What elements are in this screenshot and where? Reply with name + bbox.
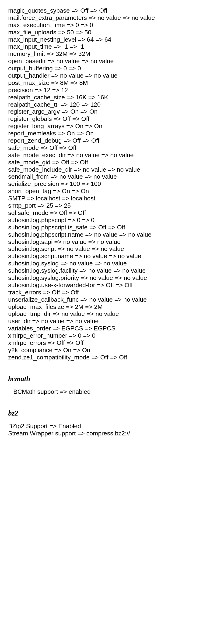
section-body: BZip2 Support => EnabledStream Wrapper s… — [8, 422, 217, 437]
config-line: suhosin.log.script => no value => no val… — [8, 245, 217, 252]
section-line: BZip2 Support => Enabled — [8, 422, 217, 430]
section-line: Stream Wrapper support => compress.bz2:/… — [8, 430, 217, 437]
config-line: smtp_port => 25 => 25 — [8, 202, 217, 209]
config-line: user_dir => no value => no value — [8, 318, 217, 325]
config-line: report_zend_debug => Off => Off — [8, 137, 217, 144]
config-line: xmlrpc_errors => Off => Off — [8, 339, 217, 346]
config-line: output_handler => no value => no value — [8, 72, 217, 79]
section-heading: bcmath — [8, 374, 217, 383]
config-line: upload_max_filesize => 2M => 2M — [8, 303, 217, 310]
config-line: safe_mode_include_dir => no value => no … — [8, 166, 217, 173]
config-lines-block: magic_quotes_sybase => Off => Offmail.fo… — [8, 7, 217, 361]
config-line: SMTP => localhost => localhost — [8, 195, 217, 202]
config-line: suhosin.log.phpscript => 0 => 0 — [8, 216, 217, 224]
config-line: suhosin.log.syslog => no value => no val… — [8, 260, 217, 267]
section-body: BCMath support => enabled — [11, 388, 217, 396]
config-line: suhosin.log.sapi => no value => no value — [8, 238, 217, 246]
config-line: realpath_cache_size => 16K => 16K — [8, 94, 217, 101]
config-line: register_argc_argv => On => On — [8, 108, 217, 115]
config-line: max_input_nesting_level => 64 => 64 — [8, 36, 217, 43]
config-line: suhosin.log.phpscript.name => no value =… — [8, 231, 217, 238]
config-line: safe_mode_gid => Off => Off — [8, 159, 217, 166]
config-line: upload_tmp_dir => no value => no value — [8, 310, 217, 318]
config-line: sql.safe_mode => Off => Off — [8, 209, 217, 216]
config-line: sendmail_from => no value => no value — [8, 173, 217, 180]
config-line: zend.ze1_compatibility_mode => Off => Of… — [8, 354, 217, 361]
config-line: variables_order => EGPCS => EGPCS — [8, 325, 217, 332]
config-line: open_basedir => no value => no value — [8, 58, 217, 65]
config-line: y2k_compliance => On => On — [8, 346, 217, 354]
config-line: precision => 12 => 12 — [8, 86, 217, 94]
config-line: max_input_time => -1 => -1 — [8, 43, 217, 50]
section-line: BCMath support => enabled — [13, 388, 217, 396]
config-line: register_globals => Off => Off — [8, 115, 217, 122]
config-line: max_file_uploads => 50 => 50 — [8, 29, 217, 36]
config-line: report_memleaks => On => On — [8, 130, 217, 137]
sections-container: bcmathBCMath support => enabledbz2BZip2 … — [8, 374, 217, 437]
section-heading: bz2 — [8, 409, 217, 418]
config-line: suhosin.log.syslog.facility => no value … — [8, 267, 217, 274]
config-line: max_execution_time => 0 => 0 — [8, 22, 217, 29]
config-line: unserialize_callback_func => no value =>… — [8, 296, 217, 303]
config-line: suhosin.log.syslog.priority => no value … — [8, 274, 217, 282]
config-line: serialize_precision => 100 => 100 — [8, 180, 217, 188]
config-line: mail.force_extra_parameters => no value … — [8, 14, 217, 22]
config-line: post_max_size => 8M => 8M — [8, 79, 217, 86]
config-line: suhosin.log.script.name => no value => n… — [8, 252, 217, 260]
config-line: memory_limit => 32M => 32M — [8, 50, 217, 58]
config-line: magic_quotes_sybase => Off => Off — [8, 7, 217, 14]
config-line: output_buffering => 0 => 0 — [8, 65, 217, 72]
config-line: realpath_cache_ttl => 120 => 120 — [8, 101, 217, 108]
config-line: xmlrpc_error_number => 0 => 0 — [8, 332, 217, 339]
config-line: suhosin.log.use-x-forwarded-for => Off =… — [8, 282, 217, 289]
config-line: safe_mode => Off => Off — [8, 144, 217, 152]
config-line: safe_mode_exec_dir => no value => no val… — [8, 152, 217, 159]
config-line: suhosin.log.phpscript.is_safe => Off => … — [8, 224, 217, 231]
config-line: short_open_tag => On => On — [8, 188, 217, 195]
config-line: track_errors => Off => Off — [8, 289, 217, 296]
config-line: register_long_arrays => On => On — [8, 122, 217, 130]
